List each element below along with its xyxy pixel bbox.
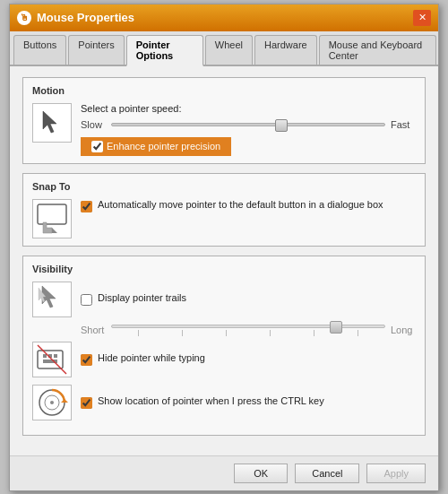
tab-bar: Buttons Pointers Pointer Options Wheel H… — [10, 31, 438, 66]
trail-icon — [35, 282, 69, 316]
ctrl-icon-box — [32, 385, 72, 420]
cancel-button[interactable]: Cancel — [295, 464, 359, 483]
snap-icon-box — [32, 199, 72, 238]
speed-slider-thumb[interactable] — [275, 119, 288, 132]
ctrl-row: Show location of pointer when I press th… — [32, 385, 416, 420]
trail-label: Display pointer trails — [98, 292, 186, 303]
dot4: | — [269, 328, 271, 336]
svg-marker-0 — [43, 111, 56, 133]
snap-to-title: Snap To — [32, 181, 416, 192]
hide-label: Hide pointer while typing — [98, 352, 205, 363]
apply-button[interactable]: Apply — [366, 464, 426, 483]
cursor-icon — [39, 109, 65, 136]
enhance-label: Enhance pointer precision — [107, 141, 220, 152]
window-title: Mouse Properties — [37, 11, 134, 24]
trail-checkbox[interactable] — [81, 294, 92, 306]
snap-checkbox-row: Automatically move pointer to the defaul… — [81, 199, 383, 212]
svg-marker-15 — [61, 399, 68, 403]
trail-slider-thumb[interactable] — [330, 321, 342, 334]
dot2: | — [181, 328, 183, 336]
long-label: Long — [391, 325, 416, 335]
title-bar-left: 🖱 Mouse Properties — [17, 11, 134, 25]
mouse-properties-window: 🖱 Mouse Properties ✕ Buttons Pointers Po… — [9, 4, 439, 491]
fast-label: Fast — [391, 119, 416, 130]
tab-pointers[interactable]: Pointers — [68, 35, 124, 65]
motion-section: Motion Select a pointer speed: Slow Fast — [22, 77, 426, 164]
enhance-precision-button[interactable]: Enhance pointer precision — [81, 137, 231, 156]
motion-title: Motion — [32, 85, 416, 96]
tab-hardware[interactable]: Hardware — [254, 35, 317, 65]
tab-buttons[interactable]: Buttons — [13, 35, 66, 65]
svg-rect-7 — [43, 354, 47, 358]
svg-line-11 — [38, 345, 66, 374]
svg-rect-1 — [38, 204, 66, 224]
snap-to-section: Snap To Automatically move pointer to th… — [22, 173, 426, 247]
tab-pointer-options[interactable]: Pointer Options — [126, 35, 203, 66]
speed-slider-row: Slow Fast — [81, 119, 416, 130]
content-area: Motion Select a pointer speed: Slow Fast — [10, 66, 438, 455]
motion-row: Select a pointer speed: Slow Fast Enhanc… — [32, 103, 416, 156]
window-icon: 🖱 — [17, 11, 31, 25]
tab-wheel[interactable]: Wheel — [205, 35, 253, 65]
enhance-checkbox[interactable] — [91, 141, 103, 152]
speed-slider-track[interactable] — [111, 123, 385, 126]
svg-rect-9 — [54, 354, 57, 358]
dot1: | — [137, 328, 139, 336]
snap-label: Automatically move pointer to the defaul… — [98, 199, 383, 210]
short-label: Short — [81, 325, 106, 335]
close-button[interactable]: ✕ — [413, 10, 431, 26]
ok-button[interactable]: OK — [234, 464, 288, 483]
motion-icon-box — [32, 103, 72, 143]
trail-checkbox-row: Display pointer trails — [81, 292, 186, 306]
speed-label: Select a pointer speed: — [81, 103, 416, 114]
svg-marker-2 — [52, 228, 57, 233]
ctrl-icon — [36, 386, 68, 419]
hide-row: Hide pointer while typing — [32, 342, 416, 377]
hide-icon — [36, 343, 68, 376]
ctrl-label: Show location of pointer when I press th… — [98, 395, 324, 406]
motion-controls: Select a pointer speed: Slow Fast Enhanc… — [81, 103, 416, 156]
snap-icon — [36, 203, 68, 235]
snap-to-row: Automatically move pointer to the defaul… — [32, 199, 416, 238]
hide-checkbox[interactable] — [81, 354, 92, 366]
dot5: | — [313, 328, 314, 336]
visibility-section: Visibility Display pointer trails Short — [22, 256, 426, 436]
title-bar: 🖱 Mouse Properties ✕ — [10, 4, 438, 31]
trail-icon-box — [32, 282, 72, 317]
dot6: | — [357, 328, 358, 336]
svg-point-14 — [50, 401, 54, 404]
trail-slider-row: Short | | | | | | Long — [81, 325, 416, 336]
trail-row: Display pointer trails — [32, 282, 416, 317]
trail-slider-track[interactable] — [111, 325, 385, 328]
snap-checkbox[interactable] — [81, 201, 92, 212]
visibility-title: Visibility — [32, 264, 416, 274]
dot3: | — [225, 328, 227, 336]
ctrl-checkbox[interactable] — [81, 397, 92, 409]
ctrl-checkbox-row: Show location of pointer when I press th… — [81, 395, 324, 409]
tab-keyboard-center[interactable]: Mouse and Keyboard Center — [319, 35, 436, 65]
button-bar: OK Cancel Apply — [10, 455, 438, 490]
hide-icon-box — [32, 342, 72, 377]
trail-slider-container: | | | | | | — [111, 325, 385, 336]
slow-label: Slow — [81, 119, 106, 130]
hide-checkbox-row: Hide pointer while typing — [81, 352, 205, 366]
